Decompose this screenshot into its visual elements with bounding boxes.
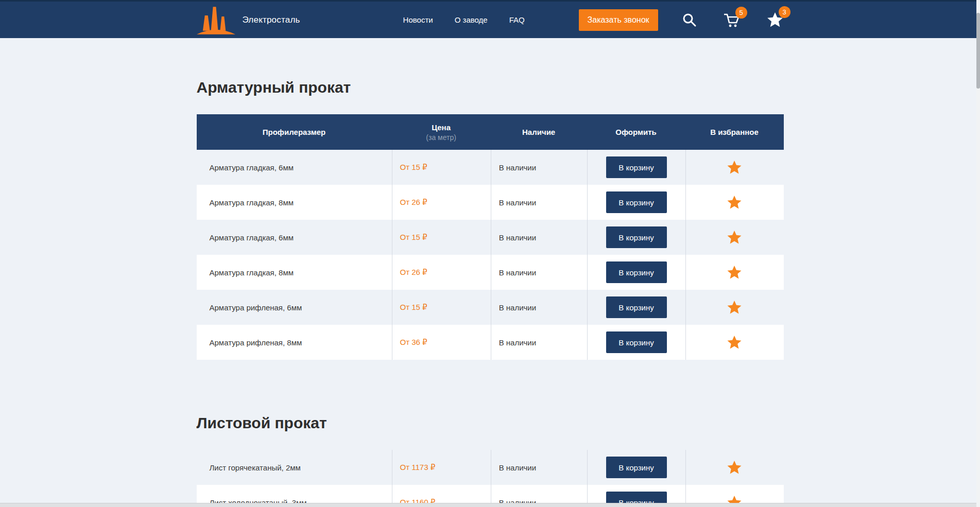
brand-name: Электросталь	[243, 15, 300, 25]
favorites-button[interactable]: 3	[766, 12, 784, 28]
table-row: Лист горячекатаный, 2мм От 1173 ₽ В нали…	[197, 450, 784, 485]
product-price: От 1173 ₽	[392, 450, 491, 485]
favorite-star-icon[interactable]	[727, 195, 742, 210]
product-name: Арматура рифленая, 6мм	[197, 290, 392, 325]
favorite-star-icon[interactable]	[727, 160, 742, 175]
sheet-table: Лист горячекатаный, 2мм От 1173 ₽ В нали…	[197, 450, 784, 507]
column-header-favorite: В избранное	[685, 114, 784, 150]
nav-item-faq[interactable]: FAQ	[509, 15, 525, 24]
site-header: Электросталь Новости О заводе FAQ Заказа…	[0, 0, 980, 38]
search-button[interactable]	[682, 12, 697, 28]
product-availability: В наличии	[491, 255, 587, 290]
rebar-table: Профилеразмер Цена (за метр) Наличие Офо…	[197, 114, 784, 360]
search-icon	[682, 12, 697, 28]
product-name: Арматура рифленая, 8мм	[197, 325, 392, 360]
favorite-star-icon[interactable]	[727, 230, 742, 245]
product-availability: В наличии	[491, 185, 587, 220]
column-header-availability: Наличие	[491, 114, 587, 150]
vertical-scrollbar-thumb[interactable]	[976, 13, 980, 89]
column-header-price-unit: (за метр)	[426, 133, 456, 142]
product-name: Арматура гладкая, 6мм	[197, 220, 392, 255]
add-to-cart-button[interactable]: В корзину	[606, 261, 667, 283]
section-sheet: Листовой прокат Лист горячекатаный, 2мм …	[197, 414, 784, 507]
section-title-sheet: Листовой прокат	[197, 414, 784, 432]
favorite-star-icon[interactable]	[727, 300, 742, 315]
product-availability: В наличии	[491, 290, 587, 325]
product-name: Арматура гладкая, 8мм	[197, 255, 392, 290]
section-title-rebar: Арматурный прокат	[197, 78, 784, 97]
product-price: От 26 ₽	[392, 255, 491, 290]
product-price: От 36 ₽	[392, 325, 491, 360]
product-name: Лист горячекатаный, 2мм	[197, 450, 392, 485]
main-nav: Новости О заводе FAQ	[403, 15, 525, 24]
add-to-cart-button[interactable]: В корзину	[606, 296, 667, 318]
add-to-cart-button[interactable]: В корзину	[606, 191, 667, 213]
table-row: Арматура гладкая, 6мм От 15 ₽ В наличии …	[197, 150, 784, 185]
add-to-cart-button[interactable]: В корзину	[606, 226, 667, 248]
table-row: Арматура рифленая, 6мм От 15 ₽ В наличии…	[197, 290, 784, 325]
product-name: Арматура гладкая, 8мм	[197, 185, 392, 220]
table-row: Арматура гладкая, 8мм От 26 ₽ В наличии …	[197, 185, 784, 220]
section-rebar: Арматурный прокат Профилеразмер Цена (за…	[197, 78, 784, 360]
order-call-button[interactable]: Заказать звонок	[579, 9, 658, 31]
logo[interactable]: Электросталь	[197, 5, 300, 35]
favorite-star-icon[interactable]	[727, 335, 742, 350]
favorite-star-icon[interactable]	[727, 460, 742, 475]
product-availability: В наличии	[491, 220, 587, 255]
table-row: Арматура гладкая, 6мм От 15 ₽ В наличии …	[197, 220, 784, 255]
product-availability: В наличии	[491, 150, 587, 185]
product-availability: В наличии	[491, 325, 587, 360]
header-inner: Электросталь Новости О заводе FAQ Заказа…	[197, 2, 784, 38]
product-price: От 15 ₽	[392, 150, 491, 185]
favorites-count-badge: 3	[779, 6, 790, 18]
column-header-price-label: Цена	[432, 123, 451, 132]
nav-item-news[interactable]: Новости	[403, 15, 433, 24]
cart-count-badge: 5	[735, 7, 747, 19]
nav-item-about[interactable]: О заводе	[455, 15, 488, 24]
table-header-row: Профилеразмер Цена (за метр) Наличие Офо…	[197, 114, 784, 150]
add-to-cart-button[interactable]: В корзину	[606, 331, 667, 353]
product-price: От 15 ₽	[392, 220, 491, 255]
factory-logo-icon	[197, 5, 235, 35]
add-to-cart-button[interactable]: В корзину	[606, 457, 667, 478]
add-to-cart-button[interactable]: В корзину	[606, 156, 667, 178]
product-price: От 26 ₽	[392, 185, 491, 220]
product-price: От 15 ₽	[392, 290, 491, 325]
column-header-order: Оформить	[587, 114, 685, 150]
vertical-scrollbar[interactable]	[976, 0, 980, 507]
table-row: Арматура рифленая, 8мм От 36 ₽ В наличии…	[197, 325, 784, 360]
cart-button[interactable]: 5	[723, 12, 741, 28]
column-header-price: Цена (за метр)	[392, 114, 491, 150]
column-header-size: Профилеразмер	[197, 114, 392, 150]
horizontal-scrollbar[interactable]	[0, 503, 980, 507]
product-name: Арматура гладкая, 6мм	[197, 150, 392, 185]
product-availability: В наличии	[491, 450, 587, 485]
favorite-star-icon[interactable]	[727, 265, 742, 280]
table-row: Арматура гладкая, 8мм От 26 ₽ В наличии …	[197, 255, 784, 290]
